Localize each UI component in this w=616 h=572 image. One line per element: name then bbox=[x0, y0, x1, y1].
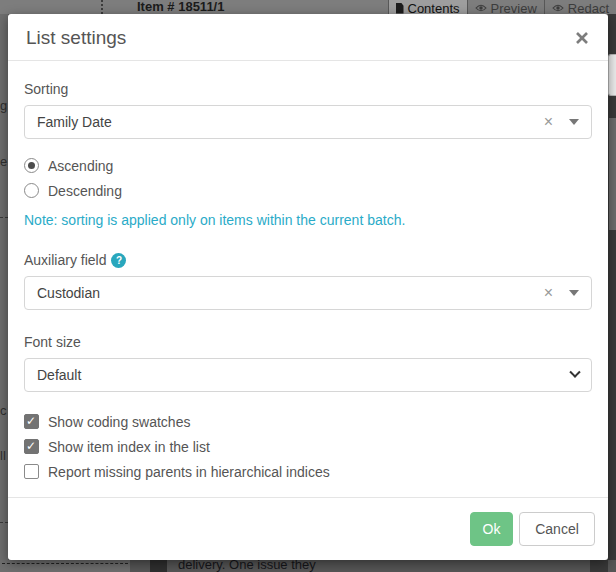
radio-label: Ascending bbox=[48, 158, 113, 174]
radio-descending[interactable]: Descending bbox=[24, 178, 592, 203]
document-text-fragment: delivery. One issue they bbox=[178, 560, 316, 572]
sorting-note: Note: sorting is applied only on items w… bbox=[24, 212, 592, 228]
radio-ascending[interactable]: Ascending bbox=[24, 153, 592, 178]
tab-contents[interactable]: Contents bbox=[388, 0, 467, 14]
checkbox-icon[interactable] bbox=[24, 439, 39, 454]
auxiliary-select[interactable]: Custodian × bbox=[24, 276, 592, 310]
font-size-label: Font size bbox=[24, 334, 592, 350]
checkbox-label: Show item index in the list bbox=[48, 439, 210, 455]
checkbox-coding-swatches[interactable]: Show coding swatches bbox=[24, 409, 592, 434]
radio-icon[interactable] bbox=[24, 158, 39, 173]
viewer-tabs: Contents Preview Redact bbox=[388, 0, 616, 14]
radio-label: Descending bbox=[48, 183, 122, 199]
background-tree-strip: g e c ll bbox=[0, 14, 8, 560]
tab-redact[interactable]: Redact bbox=[544, 0, 616, 14]
checkbox-label: Show coding swatches bbox=[48, 414, 190, 430]
sorting-value: Family Date bbox=[37, 114, 544, 130]
sort-direction-group: Ascending Descending bbox=[24, 153, 592, 203]
dialog-footer: Ok Cancel bbox=[8, 497, 608, 560]
auxiliary-field-label: Auxiliary field ? bbox=[24, 252, 592, 268]
auxiliary-value: Custodian bbox=[37, 285, 544, 301]
clear-icon[interactable]: × bbox=[544, 114, 553, 130]
clear-icon[interactable]: × bbox=[544, 285, 553, 301]
dialog-title: List settings bbox=[26, 27, 126, 49]
checkbox-missing-parents[interactable]: Report missing parents in hierarchical i… bbox=[24, 459, 592, 484]
radio-icon[interactable] bbox=[24, 183, 39, 198]
eye-icon bbox=[475, 4, 487, 12]
help-icon[interactable]: ? bbox=[111, 253, 126, 268]
checkbox-icon[interactable] bbox=[24, 414, 39, 429]
chevron-down-icon bbox=[569, 367, 580, 378]
splitter-dots bbox=[101, 0, 103, 14]
list-settings-dialog: List settings Sorting Family Date × Asce… bbox=[8, 14, 608, 560]
font-size-value: Default bbox=[37, 367, 81, 383]
item-number-label: Item # 18511/1 bbox=[137, 0, 224, 14]
close-icon[interactable] bbox=[572, 28, 592, 48]
background-scrollbar-strip bbox=[608, 14, 616, 572]
checkbox-icon[interactable] bbox=[24, 464, 39, 479]
scrollbar-thumb[interactable] bbox=[609, 118, 616, 230]
eye-icon bbox=[552, 4, 564, 12]
chevron-down-icon[interactable] bbox=[569, 290, 579, 296]
options-group: Show coding swatches Show item index in … bbox=[24, 409, 592, 484]
background-panel-fragment bbox=[608, 54, 616, 96]
dialog-header: List settings bbox=[8, 14, 608, 61]
checkbox-item-index[interactable]: Show item index in the list bbox=[24, 434, 592, 459]
ok-button[interactable]: Ok bbox=[470, 512, 513, 546]
checkbox-label: Report missing parents in hierarchical i… bbox=[48, 464, 330, 480]
cancel-button[interactable]: Cancel bbox=[519, 512, 595, 546]
background-toolbar: Item # 18511/1 Contents Preview Redact bbox=[0, 0, 616, 14]
file-icon bbox=[396, 3, 404, 14]
chevron-down-icon[interactable] bbox=[569, 119, 579, 125]
sorting-select[interactable]: Family Date × bbox=[24, 105, 592, 139]
background-document-strip: delivery. One issue they bbox=[0, 560, 616, 572]
tab-preview[interactable]: Preview bbox=[467, 0, 544, 14]
font-size-select[interactable]: Default bbox=[24, 358, 592, 392]
sorting-label: Sorting bbox=[24, 81, 592, 97]
